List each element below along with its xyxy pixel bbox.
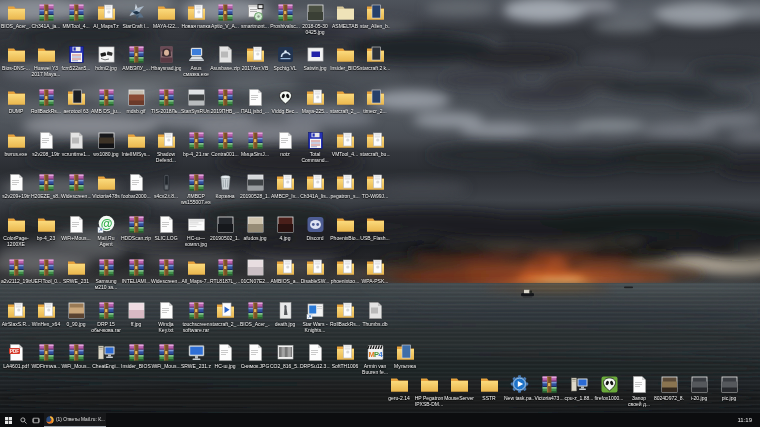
svg-text:PDF: PDF: [10, 349, 19, 354]
